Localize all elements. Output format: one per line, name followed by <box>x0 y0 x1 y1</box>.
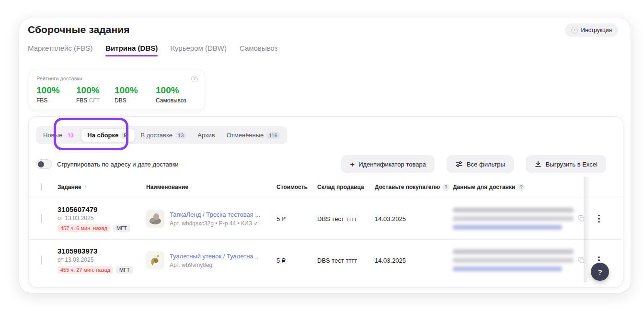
delivery-data-cell <box>453 208 582 230</box>
header-delivery-data: Данные для доставки ? <box>453 184 582 191</box>
task-cell: 3105607479 от 13.03.2025 457 ч. 6 мин. н… <box>58 205 146 232</box>
tab-courier-dbw[interactable]: Курьером (DBW) <box>171 44 227 56</box>
orders-table: Задание ↑ Наименование Стоимость Склад п… <box>29 177 623 281</box>
tab-label: Отменённые <box>227 132 264 139</box>
task-cell: 3105983973 от 13.03.2025 455 ч. 27 мин. … <box>58 247 146 274</box>
copy-icon[interactable] <box>578 215 585 222</box>
product-identifier-button[interactable]: + Идентификатор товара <box>341 155 435 173</box>
tab-marketplace-fbs[interactable]: Маркетплейс (FBS) <box>28 44 92 56</box>
tab-label: В доставке <box>140 132 172 139</box>
product-thumbnail <box>146 210 164 228</box>
tag-badge: МГТ <box>113 224 130 232</box>
tag-badge: МГТ <box>116 266 133 274</box>
rating-fbs: 100% FBS <box>36 85 76 104</box>
help-icon[interactable]: ? <box>442 184 449 191</box>
rating-label: Самовывоз <box>156 97 186 104</box>
tab-label: На сборке <box>87 132 118 139</box>
count-badge: 116 <box>266 132 280 139</box>
count-badge: 5 <box>121 132 129 139</box>
button-label: Все фильтры <box>467 161 505 168</box>
count-badge: 13 <box>65 132 76 139</box>
rating-label-suffix: СГТ <box>89 97 100 104</box>
instruction-button[interactable]: i Инструкция <box>565 23 618 37</box>
tab-in-delivery[interactable]: В доставке 13 <box>135 129 192 142</box>
page: Сборочные задания i Инструкция Маркетпле… <box>0 0 644 311</box>
table-row: 3105607479 от 13.03.2025 457 ч. 6 мин. н… <box>29 198 623 239</box>
rating-value: 100% <box>115 85 156 96</box>
overdue-badge: 457 ч. 6 мин. назад <box>58 224 110 232</box>
help-fab[interactable]: ? <box>591 263 609 281</box>
price-cell: 5 ₽ <box>276 215 317 222</box>
row-menu-kebab-icon[interactable] <box>596 215 602 223</box>
product-meta: Арт. wb4qsxc32g • Р-р 44 • КИЗ ✓ <box>170 220 260 227</box>
rating-value: 100% <box>156 85 198 96</box>
task-date: от 13.03.2025 <box>58 256 146 263</box>
warehouse-cell: DBS тест тттт <box>317 215 375 222</box>
product-link[interactable]: Туалетный утенок / Туалетна... <box>170 253 258 260</box>
button-label: Идентификатор товара <box>358 161 426 168</box>
group-by-address-toggle[interactable]: Сгруппировать по адресу и дате доставки <box>36 159 179 169</box>
delivery-type-tabs: Маркетплейс (FBS) Витрина (DBS) Курьером… <box>28 44 278 56</box>
rating-dbs: 100% DBS <box>115 85 156 104</box>
row-checkbox[interactable] <box>41 214 42 223</box>
help-icon[interactable]: ? <box>518 184 525 191</box>
rating-label: FBS <box>76 97 87 104</box>
blurred-delivery-data <box>453 249 582 271</box>
count-badge: 13 <box>175 132 186 139</box>
product-thumbnail <box>146 251 164 269</box>
tab-cancelled[interactable]: Отменённые 116 <box>221 129 286 142</box>
ratings-info-icon[interactable]: ? <box>191 76 198 82</box>
product-cell: ТапкаЛенд / Треска тестовая ... Арт. wb4… <box>146 210 276 228</box>
select-all-checkbox[interactable] <box>41 183 42 191</box>
delivery-data-cell <box>453 249 582 271</box>
tab-pickup[interactable]: Самовывоз <box>240 44 278 56</box>
info-icon: i <box>571 27 578 33</box>
rating-pickup: 100% Самовывоз <box>156 85 198 104</box>
table-row: 3105983973 от 13.03.2025 455 ч. 27 мин. … <box>29 240 623 281</box>
tab-label: Новые <box>43 132 62 139</box>
page-title: Сборочные задания <box>28 24 130 35</box>
rating-value: 100% <box>76 85 115 96</box>
toolbar: Сгруппировать по адресу и дате доставки … <box>36 155 606 173</box>
toggle-label: Сгруппировать по адресу и дате доставки <box>57 161 179 168</box>
header-deliver-by: Доставьте покупателю ? <box>375 184 453 191</box>
export-excel-button[interactable]: Выгрузить в Excel <box>526 155 606 173</box>
header-warehouse: Склад продавца <box>317 184 375 190</box>
tab-archive[interactable]: Архив <box>192 129 220 142</box>
header-task[interactable]: Задание ↑ <box>58 184 146 190</box>
overdue-badge: 455 ч. 27 мин. назад <box>58 266 113 274</box>
tab-new[interactable]: Новые 13 <box>37 129 81 142</box>
product-link[interactable]: ТапкаЛенд / Треска тестовая ... <box>170 211 260 218</box>
row-checkbox[interactable] <box>41 255 42 265</box>
task-id: 3105983973 <box>58 247 146 255</box>
rating-label: FBS <box>36 97 47 104</box>
tab-in-assembly[interactable]: На сборке 5 <box>81 129 135 142</box>
table-header-row: Задание ↑ Наименование Стоимость Склад п… <box>29 177 623 198</box>
copy-icon[interactable] <box>578 257 585 264</box>
rating-label: DBS <box>115 97 126 104</box>
orders-panel: Новые 13 На сборке 5 В доставке 13 Архив… <box>29 117 623 287</box>
tab-vitrina-dbs[interactable]: Витрина (DBS) <box>105 44 158 56</box>
task-date: от 13.03.2025 <box>58 215 146 222</box>
download-icon <box>534 160 542 168</box>
kiz-check-icon: ✓ <box>253 220 258 227</box>
task-id: 3105607479 <box>58 205 146 213</box>
ratings-title: Рейтинги доставки <box>36 76 82 81</box>
header-price: Стоимость <box>276 184 317 190</box>
instruction-label: Инструкция <box>581 27 612 33</box>
all-filters-button[interactable]: Все фильтры <box>447 155 514 173</box>
status-tabs: Новые 13 На сборке 5 В доставке 13 Архив… <box>36 126 287 144</box>
button-label: Выгрузить в Excel <box>546 161 598 168</box>
blurred-delivery-data <box>453 208 582 230</box>
assembly-tasks-panel: Сборочные задания i Инструкция Маркетпле… <box>19 18 631 293</box>
rating-fbs-sgt: 100% FBS СГТ <box>76 85 115 104</box>
filter-sliders-icon <box>455 160 463 168</box>
deliver-by-cell: 14.03.2025 <box>375 257 453 264</box>
header-name: Наименование <box>146 184 276 190</box>
product-meta: Арт. wb9vmy8eg <box>170 262 258 268</box>
delivery-ratings-card: Рейтинги доставки ? 100% FBS 100% FBS СГ… <box>29 70 205 110</box>
product-cell: Туалетный утенок / Туалетна... Арт. wb9v… <box>146 251 276 269</box>
toggle-switch[interactable] <box>36 159 52 169</box>
deliver-by-cell: 14.03.2025 <box>375 215 453 222</box>
divider <box>29 281 623 281</box>
